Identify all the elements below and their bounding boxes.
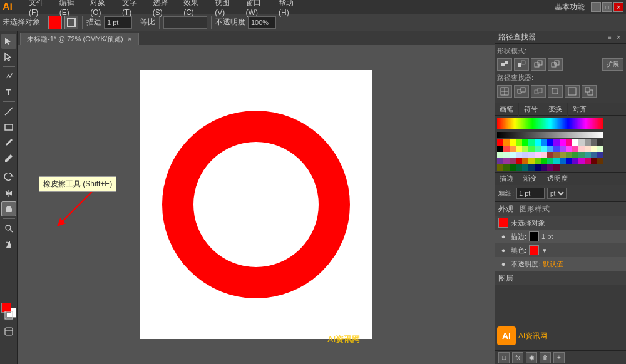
new-layer-btn[interactable]: □ [498,352,510,363]
hand-tool[interactable] [1,236,16,251]
color-swatch-cell[interactable] [547,146,553,152]
pencil-tool[interactable] [1,151,16,166]
merge-btn[interactable] [531,85,546,98]
color-swatch-cell[interactable] [547,139,553,146]
menu-window[interactable]: 窗口(W) [242,0,274,18]
delete-btn[interactable]: 🗑 [540,352,551,363]
color-swatch-cell[interactable] [597,146,603,152]
stroke-icon[interactable] [64,16,78,29]
color-spectrum-strip[interactable] [497,118,603,129]
menu-effect[interactable]: 效果(C) [180,0,210,18]
color-swatch-cell[interactable] [510,152,516,158]
maximize-button[interactable]: □ [602,2,612,12]
color-swatch-cell[interactable] [503,164,510,171]
color-swatch-cell[interactable] [591,158,597,164]
divide-btn[interactable] [497,85,512,98]
fill-color-swatch[interactable] [529,245,539,255]
expand-button[interactable]: 扩展 [602,58,623,71]
color-swatch-cell[interactable] [535,152,541,158]
color-swatch-cell[interactable] [541,152,547,158]
eraser-tool[interactable] [1,201,16,216]
color-swatch-cell[interactable] [566,152,572,158]
selection-tool[interactable] [1,34,16,49]
color-swatch-cell[interactable] [516,164,522,171]
trim-btn[interactable] [514,85,529,98]
color-swatch-cell[interactable] [503,139,510,146]
minus-front-btn[interactable] [514,58,529,71]
grayscale-strip[interactable] [497,132,603,138]
color-swatch-cell[interactable] [497,158,503,164]
reflect-tool[interactable] [1,186,16,201]
color-swatch-cell[interactable] [535,164,541,171]
color-swatch-cell[interactable] [547,164,553,171]
color-swatch-cell[interactable] [541,146,547,152]
type-tool[interactable]: T [1,84,16,99]
color-swatch-cell[interactable] [547,158,553,164]
color-swatch-cell[interactable] [510,139,516,146]
color-swatch-cell[interactable] [522,164,528,171]
color-swatch-cell[interactable] [541,158,547,164]
minus-back-btn[interactable] [582,85,597,98]
crop-btn[interactable] [548,85,563,98]
pen-tool[interactable] [1,69,16,84]
normal-mode-btn[interactable] [1,308,16,323]
color-swatch-cell[interactable] [591,139,597,146]
stroke-visibility-btn[interactable]: ● [498,231,508,241]
exclude-btn[interactable] [548,58,563,71]
color-swatch-cell[interactable] [528,158,535,164]
color-swatch-cell[interactable] [585,146,591,152]
color-swatch-cell[interactable] [585,158,591,164]
tab-transform[interactable]: 变换 [543,103,568,116]
color-swatch-cell[interactable] [497,164,503,171]
color-swatch-cell[interactable] [516,146,522,152]
color-swatch-cell[interactable] [560,158,566,164]
color-swatch-cell[interactable] [591,146,597,152]
color-swatch-cell[interactable] [535,139,541,146]
color-swatch-cell[interactable] [560,139,566,146]
color-swatch-cell[interactable] [522,158,528,164]
fx-btn[interactable]: fx [512,352,523,363]
fill-visibility-btn[interactable]: ● [498,245,508,255]
color-swatch-cell[interactable] [553,146,560,152]
color-swatch-cell[interactable] [503,146,510,152]
tab-stroke[interactable]: 描边 [495,173,518,185]
stroke-color-swatch[interactable] [529,231,539,241]
color-swatch-cell[interactable] [553,152,560,158]
red-circle-shape[interactable] [162,111,350,298]
color-swatch-cell[interactable] [541,164,547,171]
pathfinder-panel-close[interactable]: ✕ [615,34,622,41]
color-swatch-cell[interactable] [503,152,510,158]
color-swatch-cell[interactable] [516,158,522,164]
color-swatch-cell[interactable] [572,152,578,158]
color-swatch-cell[interactable] [535,158,541,164]
tab-gradient[interactable]: 渐变 [518,173,542,185]
color-swatch-cell[interactable] [578,139,585,146]
fill-expand-icon[interactable]: ▼ [541,247,548,254]
minimize-button[interactable]: — [591,2,601,12]
color-swatch-cell[interactable] [553,158,560,164]
stroke-weight-unit[interactable]: pt [547,188,567,199]
pathfinder-panel-options[interactable]: ≡ [606,34,613,41]
color-swatch-cell[interactable] [578,158,585,164]
color-swatch-cell[interactable] [522,152,528,158]
color-swatch-cell[interactable] [572,146,578,152]
menu-select[interactable]: 选择(S) [149,0,178,18]
document-canvas[interactable]: AI资讯网 [18,45,495,364]
color-swatch-cell[interactable] [597,152,603,158]
color-swatch-cell[interactable] [560,146,566,152]
screen-mode-btn[interactable] [1,324,16,339]
color-swatch-cell[interactable] [560,152,566,158]
color-swatch-cell[interactable] [578,152,585,158]
color-swatch-cell[interactable] [572,158,578,164]
mask-btn[interactable]: ◉ [526,352,537,363]
tab-symbol[interactable]: 符号 [519,103,543,116]
color-swatch-cell[interactable] [597,139,603,146]
menu-view[interactable]: 视图(V) [211,0,240,18]
color-swatch-cell[interactable] [522,139,528,146]
fill-color-swatch[interactable] [48,16,62,29]
color-swatch-cell[interactable] [522,146,528,152]
color-swatch-cell[interactable] [597,158,603,164]
document-tab[interactable]: 未标题-1* @ 72% (CMYK/预览) ✕ [20,33,139,45]
opacity-input[interactable] [248,16,276,29]
color-swatch-cell[interactable] [585,152,591,158]
